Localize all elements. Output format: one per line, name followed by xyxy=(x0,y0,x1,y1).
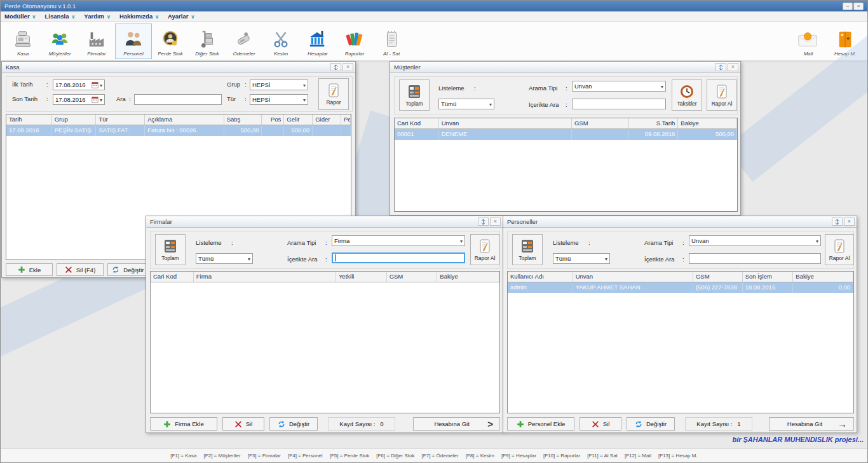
toolbar-item-hesap-m[interactable]: Hesap M. xyxy=(827,24,864,59)
hesabina-git-button[interactable]: Hesabına Git > xyxy=(413,417,500,431)
toolbar-item-diger-stok[interactable]: Diğer Stok xyxy=(189,24,226,59)
sil-button[interactable]: Sil xyxy=(580,417,621,431)
table-row[interactable]: admin YAKUP AHMET SAHAN (506) 227-7838 1… xyxy=(508,282,853,293)
toplam-button[interactable]: Toplam xyxy=(155,234,186,265)
toplam-button[interactable]: Toplam xyxy=(399,79,430,111)
menu-moduller[interactable]: Modüller xyxy=(4,13,36,20)
taksitler-button[interactable]: Taksitler xyxy=(672,79,702,111)
button-label: Sil xyxy=(246,420,253,427)
icerikte-ara-input[interactable] xyxy=(689,253,821,264)
toolbar-item-odemeler[interactable]: Ödemeler xyxy=(226,24,262,59)
column-header[interactable]: Unvan xyxy=(573,272,693,282)
listeleme-select[interactable]: Tümü xyxy=(553,253,610,264)
column-header[interactable]: Bakiye xyxy=(437,272,499,282)
toolbar-item-hesaplar[interactable]: Hesaplar xyxy=(299,24,336,59)
close-button[interactable]: × xyxy=(490,218,501,226)
column-header[interactable]: Son İşlem xyxy=(743,272,794,282)
table-row[interactable]: 17.08.2016 PEŞİN SATIŞ SATIŞ FAT. Fatura… xyxy=(6,125,351,136)
rapor-button[interactable]: Rapor xyxy=(318,78,349,110)
column-header[interactable]: Gelir xyxy=(284,114,313,125)
column-header[interactable]: Açıklama xyxy=(145,114,224,125)
column-header[interactable]: Firma xyxy=(194,272,336,282)
column-header[interactable]: Satış xyxy=(224,114,262,125)
sil-button[interactable]: Sil xyxy=(222,417,264,431)
firma-ekle-button[interactable]: Firma Ekle xyxy=(150,417,217,431)
column-header[interactable]: Gider xyxy=(313,114,341,125)
main-titlebar[interactable]: Perde Otomasyonu v.1.0.1 – × xyxy=(1,1,867,11)
restore-button[interactable] xyxy=(330,63,341,71)
icerikte-ara-input[interactable] xyxy=(332,252,465,263)
arama-tipi-select[interactable]: Unvan xyxy=(572,81,666,92)
column-header[interactable]: Tür xyxy=(96,114,145,125)
listeleme-select[interactable]: Tümü xyxy=(438,99,494,109)
rapor-al-button[interactable]: Rapor Al xyxy=(825,234,854,265)
column-header[interactable]: Kullanıcı Adı xyxy=(508,272,573,282)
plus-icon xyxy=(517,420,524,428)
close-button[interactable]: × xyxy=(844,218,855,226)
menu-ayarlar[interactable]: Ayarlar xyxy=(168,13,194,20)
column-header[interactable]: Cari Kod xyxy=(395,118,439,128)
dropdown-arrow-icon xyxy=(816,237,818,244)
column-header[interactable]: S.Tarih xyxy=(629,118,679,128)
restore-button[interactable] xyxy=(832,218,843,226)
close-button[interactable]: × xyxy=(853,3,864,10)
toolbar-item-mail[interactable]: Mail xyxy=(790,24,827,59)
restore-button[interactable] xyxy=(715,63,726,71)
menu-yardim[interactable]: Yardım xyxy=(84,13,111,20)
menu-lisansla[interactable]: Lisansla xyxy=(44,13,75,20)
column-header[interactable]: Bakiye xyxy=(678,118,737,128)
column-header[interactable]: Pe xyxy=(341,114,351,125)
toolbar-item-musteriler[interactable]: Müşteriler xyxy=(41,24,78,59)
kasa-titlebar[interactable]: Kasa × xyxy=(2,62,355,73)
firmalar-titlebar[interactable]: Firmalar × xyxy=(146,216,503,228)
column-header[interactable]: Unvan xyxy=(439,118,572,128)
hesabina-git-button[interactable]: Hesabına Git → xyxy=(769,417,854,431)
column-header[interactable]: Pos xyxy=(262,114,284,125)
window-title: Firmalar xyxy=(150,218,172,225)
personel-ekle-button[interactable]: Personel Ekle xyxy=(507,417,574,431)
column-header[interactable]: GSM xyxy=(693,272,743,282)
toplam-button[interactable]: Toplam xyxy=(512,234,543,265)
column-header[interactable]: GSM xyxy=(572,118,629,128)
icerikte-ara-input[interactable] xyxy=(572,99,666,109)
son-tarih-label: Son Tarih xyxy=(12,95,37,102)
rapor-al-button[interactable]: Rapor Al xyxy=(470,234,499,265)
arama-tipi-select[interactable]: Firma xyxy=(332,235,465,246)
son-tarih-input[interactable]: 17.08.2016 xyxy=(53,94,105,105)
ekle-button[interactable]: Ekle xyxy=(6,263,53,276)
close-button[interactable]: × xyxy=(728,63,738,71)
restore-button[interactable] xyxy=(478,218,489,226)
toolbar-item-perde-stok[interactable]: Perde Stok xyxy=(152,24,189,59)
button-label: Rapor Al xyxy=(475,255,496,261)
menu-hakkimizda[interactable]: Hakkımızda xyxy=(119,13,159,20)
column-header[interactable]: Tarih xyxy=(6,114,52,125)
toolbar-item-al-sat[interactable]: Al - Sat xyxy=(373,24,410,59)
toolbar-item-personel[interactable]: Personel xyxy=(115,24,152,59)
arama-tipi-select[interactable]: Unvan xyxy=(689,235,821,246)
ilk-tarih-input[interactable]: 17.08.2016 xyxy=(53,79,105,90)
toolbar-item-kesim[interactable]: Kesim xyxy=(262,24,299,59)
listeleme-select[interactable]: Tümü xyxy=(196,253,253,264)
column-header[interactable]: Grup xyxy=(52,114,97,125)
listeleme-label: Listeleme xyxy=(553,239,579,246)
ara-input[interactable] xyxy=(134,94,222,105)
personeller-titlebar[interactable]: Personeller × xyxy=(503,216,857,228)
grup-select[interactable]: HEPSİ xyxy=(250,79,308,90)
toolbar-item-firmalar[interactable]: Firmalar xyxy=(78,24,115,59)
toolbar-item-kasa[interactable]: Kasa xyxy=(4,24,41,59)
degistir-button[interactable]: Değiştir xyxy=(269,417,318,431)
column-header[interactable]: Yetkili xyxy=(336,272,387,282)
rapor-al-button[interactable]: Rapor Al xyxy=(707,79,737,111)
degistir-button[interactable]: Değiştir xyxy=(627,417,675,431)
minimize-button[interactable]: – xyxy=(843,3,853,10)
tur-select[interactable]: HEPSİ xyxy=(250,94,308,105)
column-header[interactable]: GSM xyxy=(387,272,438,282)
column-header[interactable]: Bakiye xyxy=(793,272,853,282)
toolbar-item-raporlar[interactable]: Raporlar xyxy=(336,24,373,59)
close-button[interactable]: × xyxy=(342,63,353,71)
column-header[interactable]: Cari Kod xyxy=(151,272,194,282)
table-row[interactable]: 00001 DENEME 09.08.2016 500,00 xyxy=(395,129,737,140)
musteriler-titlebar[interactable]: Müşteriler × xyxy=(390,62,740,73)
dropdown-arrow-icon xyxy=(303,81,306,88)
sil-button[interactable]: Sil (F4) xyxy=(57,263,104,276)
